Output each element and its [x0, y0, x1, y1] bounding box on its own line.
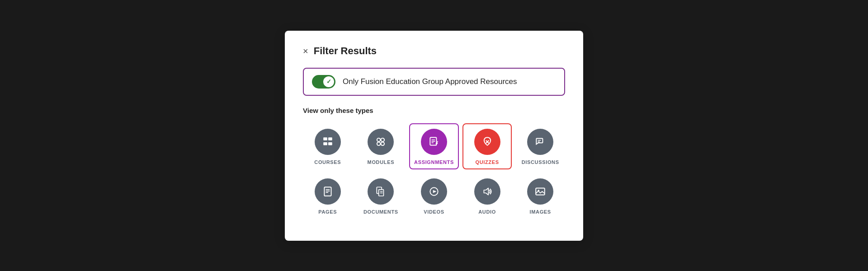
type-grid-row1: COURSES MODULES [303, 123, 565, 169]
type-card-images[interactable]: IMAGES [515, 173, 565, 219]
type-card-quizzes[interactable]: QUIZZES [462, 123, 512, 169]
toggle-checkmark: ✓ [326, 78, 331, 85]
documents-label: DOCUMENTS [363, 209, 398, 215]
svg-rect-17 [324, 187, 331, 196]
toggle-label: Only Fusion Education Group Approved Res… [343, 77, 517, 86]
type-card-audio[interactable]: AUDIO [462, 173, 512, 219]
modules-label: MODULES [368, 159, 395, 165]
svg-line-12 [437, 141, 438, 142]
type-card-documents[interactable]: DOCUMENTS [356, 173, 406, 219]
pages-icon [322, 186, 334, 197]
documents-icon [375, 186, 387, 197]
svg-marker-27 [484, 188, 488, 195]
images-icon-circle [527, 178, 553, 205]
approved-resources-toggle-row[interactable]: ✓ Only Fusion Education Group Approved R… [303, 68, 565, 96]
videos-icon-circle [421, 178, 447, 205]
svg-rect-3 [328, 142, 332, 145]
discussions-icon-circle [527, 129, 553, 155]
courses-icon [322, 136, 334, 148]
svg-point-4 [377, 138, 381, 141]
quizzes-icon [481, 136, 493, 148]
svg-marker-26 [433, 190, 437, 193]
type-card-discussions[interactable]: DISCUSSIONS [515, 123, 565, 169]
images-icon [534, 186, 546, 197]
type-card-pages[interactable]: PAGES [303, 173, 353, 219]
svg-point-5 [381, 138, 385, 141]
type-card-courses[interactable]: COURSES [303, 123, 353, 169]
svg-rect-1 [328, 137, 332, 140]
modules-icon [375, 136, 387, 148]
documents-icon-circle [368, 178, 394, 205]
modules-icon-circle [368, 129, 394, 155]
courses-label: COURSES [314, 159, 341, 165]
images-label: IMAGES [530, 209, 551, 215]
type-card-assignments[interactable]: ASSIGNMENTS [409, 123, 459, 169]
svg-point-6 [377, 142, 381, 145]
filter-results-modal: × Filter Results ✓ Only Fusion Education… [285, 31, 583, 241]
type-card-videos[interactable]: VIDEOS [409, 173, 459, 219]
type-card-modules[interactable]: MODULES [356, 123, 406, 169]
pages-label: PAGES [318, 209, 337, 215]
svg-point-7 [381, 142, 385, 145]
audio-icon-circle [474, 178, 500, 205]
type-grid-row2: PAGES DOCUMENTS VIDEOS [303, 173, 565, 219]
svg-rect-0 [323, 137, 327, 140]
assignments-label: ASSIGNMENTS [414, 159, 454, 165]
audio-label: AUDIO [478, 209, 496, 215]
videos-label: VIDEOS [424, 209, 444, 215]
assignments-icon [428, 136, 440, 148]
videos-icon [428, 186, 440, 197]
svg-rect-2 [323, 142, 327, 145]
modal-title: Filter Results [314, 45, 377, 57]
courses-icon-circle [315, 129, 341, 155]
quizzes-label: QUIZZES [475, 159, 499, 165]
discussions-label: DISCUSSIONS [522, 159, 559, 165]
modal-header: × Filter Results [303, 45, 565, 57]
view-types-heading: View only these types [303, 107, 565, 114]
quizzes-icon-circle [474, 129, 500, 155]
discussions-icon [534, 136, 546, 148]
close-button[interactable]: × [303, 47, 308, 56]
audio-icon [481, 186, 493, 197]
approved-resources-toggle[interactable]: ✓ [312, 75, 335, 89]
svg-rect-28 [536, 188, 545, 195]
assignments-icon-circle [421, 129, 447, 155]
pages-icon-circle [315, 178, 341, 205]
